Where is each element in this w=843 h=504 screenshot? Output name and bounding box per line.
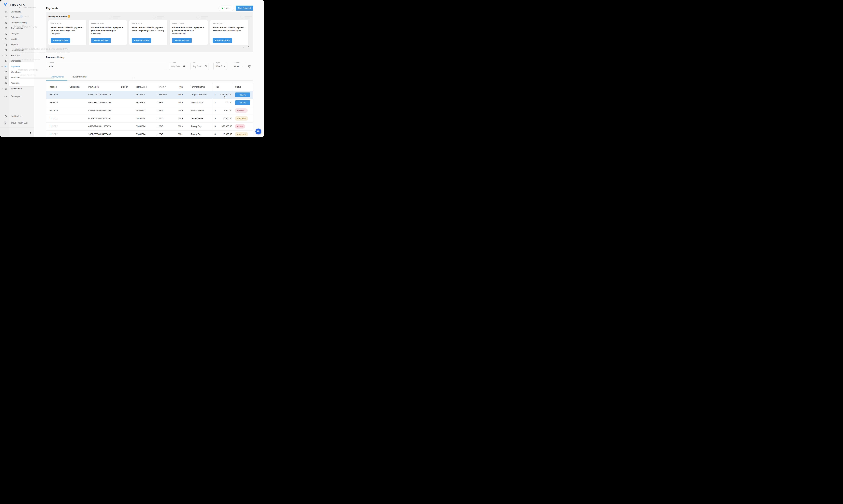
carousel-prev-button[interactable] — [242, 46, 244, 48]
analysis-icon — [4, 32, 7, 35]
table-header: InitiatedValue DatePayment IDBulk IDFrom… — [46, 83, 253, 91]
review-payment-button[interactable]: Review Payment — [212, 38, 232, 43]
new-payment-button[interactable]: New Payment — [236, 5, 253, 11]
reconciliation-icon — [4, 49, 7, 52]
expand-caret-icon[interactable] — [2, 28, 2, 29]
cell: 4398-267895-85877306 — [88, 109, 111, 112]
collapse-caret-icon[interactable] — [1, 66, 3, 67]
cell: 11/22/22 — [50, 117, 58, 120]
column-header-initiated: Initiated — [50, 86, 57, 88]
review-card: March 15, 2023 Admin Admin initiated a p… — [129, 20, 167, 45]
sidebar-item-accounts[interactable]: Accounts — [0, 81, 34, 85]
sidebar-item-analysis[interactable]: Analysis — [0, 31, 34, 36]
sidebar-item-label: Workbooks — [11, 60, 21, 62]
cell: 9671-333749-54885496 — [88, 133, 111, 136]
cell: 11/22/22 — [50, 133, 58, 136]
sidebar-collapse-button[interactable] — [28, 131, 32, 135]
cell: Turkey Day — [191, 133, 202, 136]
column-header-bulk-id: Bulk ID — [121, 86, 128, 88]
tab-bulk-payments[interactable]: Bulk Payments — [72, 76, 86, 78]
advanced-filters-icon[interactable] — [248, 65, 251, 68]
payments-icon — [4, 65, 7, 68]
review-button[interactable]: Review — [235, 101, 250, 105]
sidebar-item-cash-positioning[interactable]: Cash Positioning — [0, 20, 34, 25]
sidebar-item-transactions[interactable]: Transactions — [0, 26, 34, 31]
cell: 11/22/22 — [50, 125, 58, 127]
review-card: March 7, 2023 Admin Admin initiated a pa… — [170, 20, 208, 45]
review-payment-button[interactable]: Review Payment — [91, 38, 111, 43]
tab-all-payments[interactable]: All Payments — [51, 76, 64, 78]
chevron-down-icon — [224, 66, 225, 67]
sidebar-item-developer[interactable]: <>Developer — [0, 94, 34, 99]
cell: Wire — [178, 102, 183, 104]
sidebar-item-insights[interactable]: Insights — [0, 37, 34, 41]
calendar-icon — [183, 65, 186, 68]
sidebar-item-label: Analysis — [11, 33, 19, 35]
search-label: Search — [48, 62, 55, 64]
cell: Internal Wire — [191, 102, 203, 104]
filter-value: Any Date — [171, 65, 180, 68]
sidebar-item-reconciliation[interactable]: Reconciliation — [0, 48, 34, 52]
filter-to[interactable]: To Any Date — [190, 63, 209, 70]
status-badge: Failed — [235, 124, 245, 128]
table-row[interactable]: 11/22/224533-394853-11300678394613241234… — [46, 123, 253, 130]
cell: Secret Santa — [191, 117, 203, 120]
column-header-from-acct-: From Acct # — [136, 86, 147, 88]
review-button[interactable]: Review — [235, 92, 250, 97]
sidebar: TROVATA DashboardBalancesCash Positionin… — [0, 0, 34, 137]
sidebar-item-workbooks[interactable]: Workbooks — [0, 59, 34, 63]
developer-icon: <> — [4, 95, 7, 98]
card-date: March 7, 2023 — [172, 22, 205, 24]
sidebar-item-label: Reports — [11, 43, 18, 46]
page-title: Payments — [46, 7, 58, 10]
table-row[interactable]: 01/18/234398-267895-85877306785398571234… — [46, 107, 253, 115]
cell: Mosiac Demo — [191, 109, 204, 112]
card-description: Admin Admin initiated a payment (Transfe… — [91, 26, 124, 35]
expand-caret-icon[interactable] — [2, 88, 2, 89]
card-description: Admin Admin initiated a payment (Demo Pa… — [132, 26, 165, 32]
review-payment-button[interactable]: Review Payment — [132, 38, 151, 43]
sidebar-item-payments[interactable]: Payments — [0, 64, 34, 69]
table-row[interactable]: 11/22/229671-333749-54885496394613241234… — [46, 130, 253, 137]
search-input[interactable]: Search wire — [46, 63, 166, 70]
sidebar-item-label: Forecasts — [11, 54, 20, 57]
sidebar-item-dashboard[interactable]: Dashboard — [0, 10, 34, 14]
org-switcher[interactable]: Tr Trove Fifteen LLC — [0, 121, 34, 125]
review-payment-button[interactable]: Review Payment — [172, 38, 192, 43]
expand-caret-icon[interactable] — [2, 55, 2, 56]
expand-caret-icon[interactable] — [2, 38, 2, 40]
sidebar-item-label: Workflows — [11, 71, 20, 73]
investments-icon — [4, 87, 7, 90]
carousel-next-button[interactable] — [247, 46, 250, 48]
review-card: March 16, 2023 Admin Admin initiated a p… — [89, 20, 127, 45]
card-date: March 16, 2023 — [51, 22, 84, 24]
sidebar-item-investments[interactable]: Investments — [0, 86, 34, 91]
table-row[interactable]: 11/22/226198-062700-74850597394613241234… — [46, 114, 253, 123]
chat-launcher-button[interactable] — [255, 128, 261, 134]
sidebar-item-reports[interactable]: Reports — [0, 42, 34, 47]
environment-dropdown[interactable]: Live — [219, 5, 234, 11]
cell: Wire — [178, 93, 183, 96]
table-row[interactable]: 03/03/239909-839712-66720793394613241234… — [46, 99, 253, 107]
filter-status[interactable]: Status Open, ... — [232, 63, 245, 70]
workbooks-icon — [4, 59, 7, 62]
sidebar-item-label: Investments — [11, 87, 22, 90]
table-row[interactable]: 03/16/235343-094175-49459776394613241211… — [46, 91, 253, 99]
cell: 12345 — [157, 109, 164, 112]
sidebar-item-notifications[interactable]: Notifications — [0, 114, 34, 119]
sidebar-item-workflows[interactable]: Workflows — [0, 70, 34, 74]
sidebar-item-forecasts[interactable]: Forecasts — [0, 53, 34, 58]
cell-total: 100.00 — [212, 102, 232, 104]
payments-history-title: Payments History — [46, 56, 65, 58]
review-payment-button[interactable]: Review Payment — [51, 38, 70, 43]
filter-type[interactable]: Type Wire, T... — [213, 63, 227, 70]
review-cards: March 16, 2023 Admin Admin initiated a p… — [48, 20, 248, 45]
status-badge: Canceled — [235, 132, 248, 137]
ready-for-review-title: Ready for Review 5 — [48, 15, 70, 18]
filter-from[interactable]: From Any Date — [169, 63, 187, 70]
filter-value: Any Date — [193, 65, 201, 68]
sidebar-item-balances[interactable]: Balances — [0, 15, 34, 20]
expand-caret-icon[interactable] — [2, 17, 2, 18]
sidebar-item-templates[interactable]: Templates — [0, 75, 34, 80]
chevron-down-icon — [229, 8, 231, 8]
